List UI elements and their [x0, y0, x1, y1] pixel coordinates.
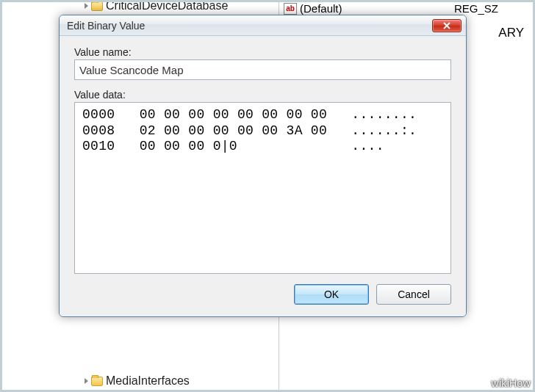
- value-name-input[interactable]: [74, 59, 451, 80]
- tree-item-label: CriticalDeviceDatabase: [106, 0, 228, 12]
- value-name: (Default): [300, 2, 342, 15]
- dialog-body: Value name: Value data: 0000 00 00 00 00…: [60, 36, 466, 316]
- tree-item[interactable]: CriticalDeviceDatabase: [85, 0, 228, 14]
- hex-editor[interactable]: 0000 00 00 00 00 00 00 00 00 ........ 00…: [74, 102, 451, 274]
- watermark: wikiHow: [492, 377, 531, 389]
- tree-item[interactable]: MediaInterfaces: [85, 373, 190, 389]
- dialog-buttons: OK Cancel: [74, 284, 451, 305]
- expand-icon[interactable]: [85, 378, 88, 384]
- edit-binary-dialog: Edit Binary Value Value name: Value data…: [59, 15, 467, 317]
- folder-icon: [91, 377, 103, 386]
- expand-icon[interactable]: [85, 3, 88, 9]
- ok-button[interactable]: OK: [294, 284, 369, 305]
- cancel-button[interactable]: Cancel: [376, 284, 451, 305]
- dialog-titlebar[interactable]: Edit Binary Value: [60, 15, 466, 36]
- value-type-partial: ARY: [498, 26, 524, 40]
- folder-icon: [91, 1, 103, 11]
- value-type: REG_SZ: [454, 2, 498, 15]
- close-icon: [442, 22, 451, 29]
- dialog-title: Edit Binary Value: [67, 20, 432, 32]
- string-icon: ab: [284, 3, 297, 15]
- value-data-label: Value data:: [74, 89, 451, 101]
- value-name-label: Value name:: [74, 46, 451, 58]
- tree-item-label: MediaInterfaces: [106, 374, 190, 388]
- close-button[interactable]: [432, 19, 462, 32]
- value-row[interactable]: ab (Default) REG_SZ: [279, 1, 535, 15]
